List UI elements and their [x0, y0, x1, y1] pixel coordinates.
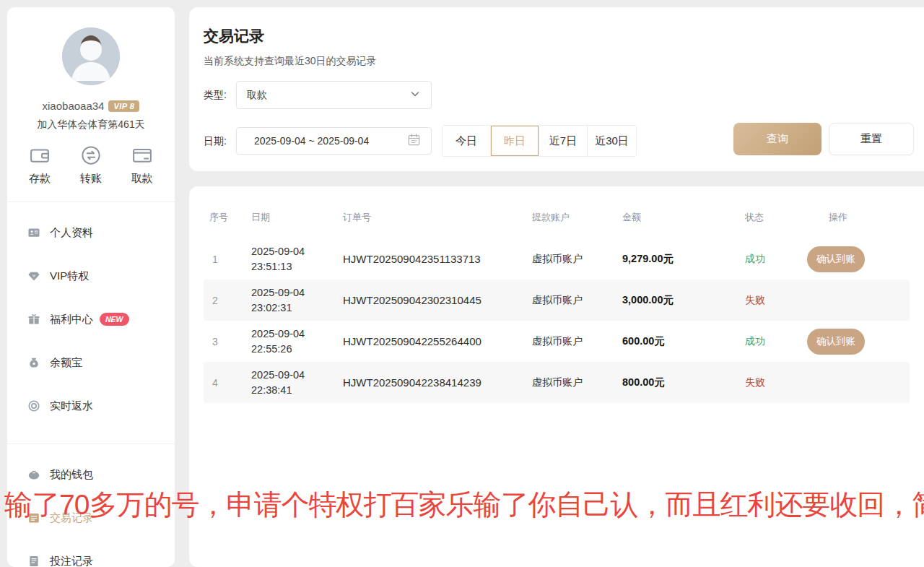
page-title: 交易记录: [204, 26, 264, 46]
profile-section: xiaobaoaa34 VIP 8 加入华体会体育第461天: [7, 7, 175, 131]
query-button[interactable]: 查询: [733, 123, 821, 155]
sidebar-menu-primary: 个人资料 VIP特权 福利中心 NEW 余额宝 实时返水: [7, 202, 175, 428]
cell-date: 2025-09-04 23:02:31: [251, 285, 343, 315]
cell-date: 2025-09-04 22:55:26: [251, 326, 343, 356]
table-header-cell: 日期: [251, 211, 343, 224]
cell-amount: 9,279.00元: [622, 252, 745, 266]
moneybag-icon: [27, 356, 40, 369]
bankcard-icon: [131, 144, 153, 168]
wallet-icon: [29, 144, 51, 168]
quick-action-button[interactable]: 转账: [66, 144, 117, 186]
sidebar-menu-item[interactable]: 投注记录: [7, 540, 175, 567]
quick-action-button[interactable]: 取款: [116, 144, 167, 186]
table-header-cell: 提款账户: [532, 211, 622, 224]
page-subtitle: 当前系统支持查询最近30日的交易记录: [204, 55, 377, 68]
date-value: 2025-09-04: [251, 368, 343, 383]
date-label: 日期:: [204, 127, 227, 155]
confirm-arrival-button[interactable]: 确认到账: [807, 246, 865, 272]
table-row: 1 2025-09-04 23:51:13 HJWT20250904235113…: [204, 238, 910, 280]
idcard-icon: [27, 226, 40, 239]
quick-action-label: 存款: [14, 172, 66, 186]
username-row: xiaobaoaa34 VIP 8: [7, 100, 175, 112]
menu-label: 我的钱包: [50, 468, 93, 482]
complaint-overlay-text: 输了70多万的号，申请个特权打百家乐输了你自己认，而且红利还要收回，简直搞笑: [4, 485, 924, 524]
table-header-cell: 状态: [745, 211, 829, 224]
time-value: 23:02:31: [251, 300, 343, 316]
date-range-button[interactable]: 近7日: [539, 126, 588, 156]
time-value: 22:55:26: [251, 342, 343, 357]
cell-withdraw-account: 虚拟币账户: [532, 294, 622, 307]
type-select[interactable]: 取款: [236, 81, 432, 109]
table-header-cell: 订单号: [343, 211, 532, 224]
username: xiaobaoaa34: [43, 100, 105, 112]
cell-order-number: HJWT202509042238414239: [343, 376, 532, 389]
rebate-icon: [27, 399, 40, 412]
cell-action: 确认到账: [829, 246, 910, 272]
avatar-image: [62, 27, 120, 85]
date-quick-ranges: 今日昨日近7日近30日: [442, 125, 637, 157]
menu-label: 个人资料: [50, 226, 93, 240]
new-badge: NEW: [100, 313, 129, 326]
date-range-value: 2025-09-04 ~ 2025-09-04: [254, 135, 369, 147]
avatar[interactable]: [62, 27, 120, 85]
filter-card: 交易记录 当前系统支持查询最近30日的交易记录 类型: 取款 日期: 2025-…: [189, 7, 924, 171]
betrecord-icon: [27, 555, 40, 567]
cell-amount: 800.00元: [622, 376, 745, 389]
menu-label: 实时返水: [50, 399, 93, 413]
cell-order-number: HJWT202509042302310445: [343, 294, 532, 306]
quick-action-label: 转账: [66, 172, 117, 186]
time-value: 23:51:13: [251, 259, 343, 274]
table-header-cell: 金额: [622, 211, 745, 224]
cell-status: 失败: [745, 376, 829, 389]
sidebar-menu-item[interactable]: 福利中心 NEW: [7, 298, 175, 341]
date-value: 2025-09-04: [251, 244, 343, 259]
sidebar: xiaobaoaa34 VIP 8 加入华体会体育第461天 存款 转账 取款 …: [7, 7, 175, 567]
date-range-button[interactable]: 今日: [443, 126, 491, 156]
date-value: 2025-09-04: [251, 326, 343, 342]
cell-amount: 600.00元: [622, 334, 745, 348]
menu-label: 余额宝: [50, 356, 82, 370]
cell-amount: 3,000.00元: [622, 293, 745, 307]
cell-date: 2025-09-04 22:38:41: [251, 368, 343, 397]
date-range-button[interactable]: 近30日: [588, 126, 636, 156]
gift-icon: [27, 313, 40, 326]
sidebar-menu-item[interactable]: 实时返水: [7, 384, 175, 428]
calendar-icon: [407, 133, 421, 149]
cell-index: 2: [209, 295, 251, 306]
quick-actions: 存款 转账 取款: [7, 144, 175, 186]
cell-action: 确认到账: [829, 329, 910, 355]
cell-index: 4: [209, 377, 251, 389]
table-header-cell: 序号: [209, 211, 251, 224]
confirm-arrival-button[interactable]: 确认到账: [807, 329, 865, 355]
cell-status: 失败: [745, 294, 829, 307]
date-range-input[interactable]: 2025-09-04 ~ 2025-09-04: [236, 127, 432, 155]
quick-action-button[interactable]: 存款: [14, 144, 66, 186]
cell-order-number: HJWT202509042351133713: [343, 253, 532, 265]
piggy-icon: [27, 468, 40, 481]
sidebar-menu-item[interactable]: 个人资料: [7, 211, 175, 254]
cell-order-number: HJWT202509042255264400: [343, 335, 532, 347]
transactions-table: 序号日期订单号提款账户金额状态操作 1 2025-09-04 23:51:13 …: [204, 196, 910, 403]
type-label: 类型:: [204, 81, 227, 109]
diamond-icon: [27, 269, 40, 282]
cell-withdraw-account: 虚拟币账户: [532, 335, 622, 348]
vip-badge: VIP 8: [108, 100, 139, 112]
cell-date: 2025-09-04 23:51:13: [251, 244, 343, 274]
sidebar-menu-item[interactable]: 余额宝: [7, 341, 175, 384]
table-row: 2 2025-09-04 23:02:31 HJWT20250904230231…: [204, 280, 910, 321]
menu-label: VIP特权: [50, 269, 89, 283]
quick-action-label: 取款: [116, 172, 167, 186]
date-range-button[interactable]: 昨日: [491, 126, 539, 156]
cell-withdraw-account: 虚拟币账户: [532, 376, 622, 389]
transfer-icon: [80, 144, 102, 168]
cell-withdraw-account: 虚拟币账户: [532, 253, 622, 266]
reset-button[interactable]: 重置: [829, 123, 914, 155]
sidebar-menu-item[interactable]: VIP特权: [7, 254, 175, 298]
table-header-row: 序号日期订单号提款账户金额状态操作: [204, 196, 910, 238]
table-row: 3 2025-09-04 22:55:26 HJWT20250904225526…: [204, 321, 910, 362]
menu-label: 福利中心: [50, 313, 93, 326]
cell-index: 1: [209, 254, 251, 265]
table-body: 1 2025-09-04 23:51:13 HJWT20250904235113…: [204, 238, 910, 403]
join-days-text: 加入华体会体育第461天: [7, 118, 175, 131]
cell-index: 3: [209, 336, 251, 347]
